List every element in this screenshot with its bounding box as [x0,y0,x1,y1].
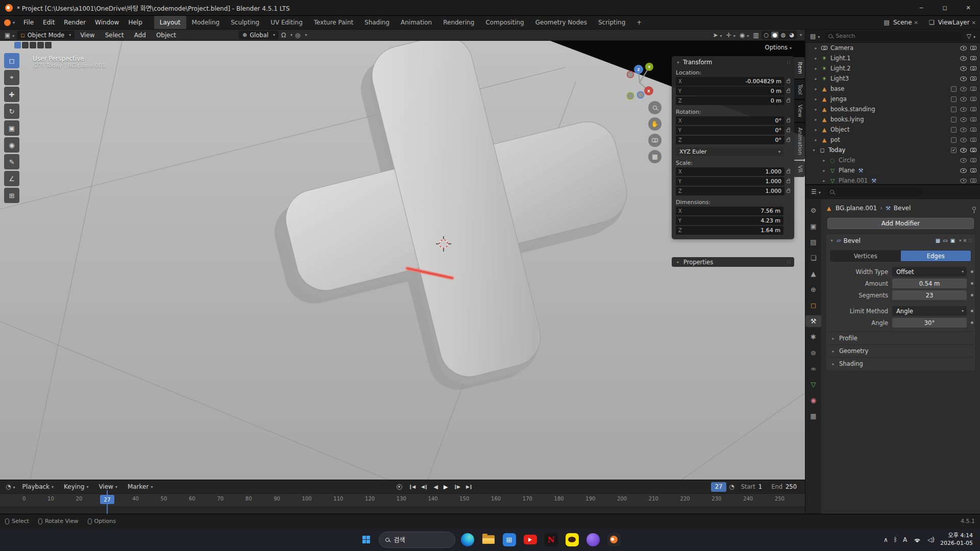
view-layer-selector[interactable]: ViewLayer [938,19,970,26]
expand-icon[interactable]: ▸ [814,56,818,61]
expand-icon[interactable]: ▸ [822,158,826,163]
close-button[interactable]: ✕ [957,0,980,15]
outliner-row-plane-001[interactable]: ▸▽Plane.001⚒ [805,176,980,184]
tool-annotate[interactable]: ✎ [4,154,19,169]
hide-icon[interactable] [960,107,967,112]
lock-icon[interactable] [787,139,790,142]
hide-icon[interactable] [960,148,967,153]
animate-dot[interactable] [971,310,973,312]
delete-modifier-icon[interactable]: ✕ [963,238,967,243]
maximize-button[interactable]: ◻ [933,0,957,15]
gizmos-icon[interactable]: ✛▾ [725,32,737,39]
hide-icon[interactable] [960,117,967,122]
dimensions-y-field[interactable]: Y4.23 m [676,216,783,225]
properties-tab-render[interactable]: ▣ [807,220,820,232]
location-x-field[interactable]: X-0.004829 m [676,77,785,86]
collapse-icon[interactable]: ▾ [829,238,834,243]
tool-scale[interactable]: ▣ [4,120,19,136]
properties-tab-object-data[interactable]: ▽ [807,379,820,390]
render-visibility-icon[interactable] [970,56,976,60]
menu-view[interactable]: View [76,30,99,40]
tool-select-box[interactable]: ◻ [4,53,19,68]
hide-icon[interactable] [960,179,967,183]
render-visibility-icon[interactable] [970,66,976,70]
navigation-gizmo[interactable]: Z Y X [621,61,661,101]
workspace-tab-layout[interactable]: Layout [154,16,186,29]
shading-solid-icon[interactable]: ● [771,32,778,38]
menu-select[interactable]: Select [101,30,129,40]
clock[interactable]: 오후 4:14 2026-01-05 [940,532,973,547]
scene-unlink-icon[interactable]: ✕ [914,20,918,26]
render-visibility-icon[interactable] [970,117,976,121]
lock-icon[interactable] [787,90,790,93]
outliner-search-input[interactable]: Search [824,32,962,41]
axis-y-handle[interactable]: Y [647,65,651,69]
location-y-field[interactable]: Y0 m [676,87,785,95]
properties-tab-output[interactable]: ▤ [807,236,820,248]
ime-indicator[interactable]: A [903,536,907,543]
selectable-checkbox[interactable] [951,127,957,133]
limit-method-dropdown[interactable]: Angle▾ [892,306,967,316]
select-mode-intersect-icon[interactable] [45,42,52,48]
file-explorer-app-icon[interactable] [480,531,497,548]
sidebar-tab-view[interactable]: View [794,100,805,122]
scene-selector[interactable]: Scene [893,19,912,26]
menu-help[interactable]: Help [124,16,146,29]
timeline-channels[interactable] [0,507,805,514]
outliner-row-plane[interactable]: ▸▽Plane⚒ [805,165,980,176]
render-visibility-icon[interactable] [970,46,976,50]
add-workspace-button[interactable]: + [631,16,647,29]
workspace-tab-shading[interactable]: Shading [359,16,395,29]
lock-icon[interactable] [787,129,790,132]
properties-collapsed-panel[interactable]: ▸Properties ∷ [672,257,794,267]
outliner-row-object[interactable]: ▸▲Object [805,124,980,135]
playhead-line[interactable] [107,490,108,514]
panel-drag-handle[interactable]: ∷ [787,259,790,265]
expand-icon[interactable]: ▸ [814,87,818,91]
menu-render[interactable]: Render [59,16,90,29]
tool-add-cube[interactable]: ⊞ [4,188,19,203]
modifier-drag-handle[interactable]: ∷ [969,238,972,243]
segments-field[interactable]: 23 [892,290,967,300]
proportional-dropdown-icon[interactable]: ▾ [305,33,307,37]
pin-icon[interactable] [972,207,976,210]
3d-viewport[interactable]: ◻ ⌖ ✚ ↻ ▣ ◉ ✎ ∠ ⊞ User Perspective (27) … [0,41,805,480]
workspace-tab-modeling[interactable]: Modeling [186,16,226,29]
modifier-extras-icon[interactable]: ▾ [959,238,961,243]
hide-icon[interactable] [960,168,967,173]
selectable-checkbox[interactable] [951,107,957,112]
view-layer-unlink-icon[interactable]: ✕ [972,20,976,26]
selectable-checkbox[interactable] [951,117,957,122]
render-visibility-icon[interactable] [970,148,976,152]
current-frame-field[interactable]: 27 [711,482,727,492]
hide-icon[interactable] [960,56,967,61]
workspace-tab-compositing[interactable]: Compositing [480,16,529,29]
play-reverse-button[interactable]: ◀ [431,484,440,490]
tool-rotate[interactable]: ↻ [4,104,19,119]
animate-dot[interactable] [971,270,973,273]
section-geometry[interactable]: ▸Geometry [827,344,974,357]
animate-dot[interactable] [971,321,973,324]
workspace-tab-geometry-nodes[interactable]: Geometry Nodes [530,16,593,29]
shading-dropdown-icon[interactable]: ▾ [800,33,802,37]
outliner-row-camera[interactable]: ▸Camera [805,43,980,53]
properties-tab-view-layer[interactable]: ❏ [807,252,820,264]
properties-editor-icon[interactable]: ☰▾ [810,188,822,195]
sidebar-tab-animation[interactable]: Animation [794,123,805,160]
outliner-row-pot[interactable]: ▸▲pot [805,135,980,145]
hide-icon[interactable] [960,97,967,102]
outliner-row-base[interactable]: ▸▲base [805,84,980,94]
hide-icon[interactable] [960,46,967,51]
expand-icon[interactable]: ▸ [814,107,818,112]
blender-app-icon[interactable] [605,531,623,548]
menu-file[interactable]: File [19,16,38,29]
proportional-editing-icon[interactable]: ◎ [293,32,302,39]
blender-menu-icon[interactable]: ▾ [0,16,19,29]
affect-vertices-button[interactable]: Vertices [830,251,901,261]
menu-edit[interactable]: Edit [38,16,59,29]
overlays-icon[interactable]: ◉▾ [738,32,751,39]
expand-icon[interactable]: ▸ [822,179,826,183]
animate-dot[interactable] [971,294,973,296]
render-visibility-icon[interactable] [970,128,976,132]
lock-icon[interactable] [787,170,790,173]
